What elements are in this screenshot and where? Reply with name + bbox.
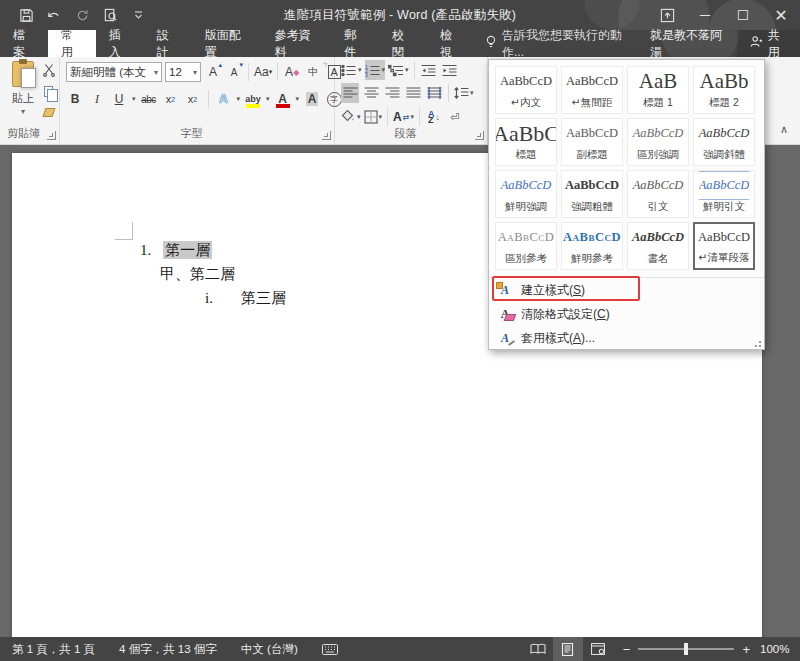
numbering-icon[interactable]: 123 ▾ <box>365 60 386 80</box>
strikethrough-button[interactable]: abc <box>140 89 158 109</box>
print-preview-icon[interactable] <box>98 4 122 26</box>
style-tile-list-paragraph[interactable]: AaBbCcD↵清單段落 <box>693 222 755 270</box>
redo-icon[interactable] <box>70 4 94 26</box>
style-tile-subtitle[interactable]: AaBbCcD副標題 <box>561 118 623 166</box>
word-count[interactable]: 4 個字，共 13 個字 <box>107 642 229 657</box>
character-scaling-icon[interactable]: A⇄▾ <box>393 107 414 127</box>
style-tile-subtle-reference[interactable]: AaBbCcD區別參考 <box>495 222 557 270</box>
align-right-icon[interactable] <box>383 83 401 103</box>
increase-indent-icon[interactable] <box>441 60 459 80</box>
style-tile-emphasis[interactable]: AaBbCcD強調斜體 <box>693 118 755 166</box>
doc-line-3[interactable]: i.第三層 <box>205 289 286 308</box>
zoom-slider-thumb[interactable] <box>684 643 688 655</box>
customize-qat-icon[interactable] <box>126 4 150 26</box>
bold-button[interactable]: B <box>66 89 84 109</box>
bullets-icon[interactable]: ▾ <box>341 60 362 80</box>
language-indicator[interactable]: 中文 (台灣) <box>229 642 310 657</box>
shrink-font-button[interactable]: A▾ <box>225 62 243 82</box>
character-shading-icon[interactable]: A <box>303 89 321 109</box>
grow-font-button[interactable]: A▴ <box>204 62 222 82</box>
align-left-icon[interactable] <box>341 83 359 103</box>
highlight-arrow[interactable]: ▾ <box>266 95 270 103</box>
tab-mailings[interactable]: 郵件 <box>331 30 379 57</box>
zoom-slider[interactable] <box>638 648 734 650</box>
style-tile-strong[interactable]: AaBbCcD強調粗體 <box>561 170 623 218</box>
zoom-in-icon[interactable]: + <box>742 642 750 657</box>
format-painter-icon[interactable] <box>40 104 57 120</box>
show-marks-icon[interactable]: ⏎ <box>446 107 464 127</box>
tab-references[interactable]: 參考資料 <box>261 30 331 57</box>
cut-icon[interactable] <box>40 62 57 78</box>
close-button[interactable]: ✕ <box>762 0 800 30</box>
style-tile-quote[interactable]: AaBbCcD引文 <box>627 170 689 218</box>
subscript-button[interactable]: x2 <box>162 89 180 109</box>
style-tile-normal[interactable]: AaBbCcD↵內文 <box>495 66 557 114</box>
tab-review[interactable]: 校閱 <box>379 30 427 57</box>
ribbon-display-options-icon[interactable] <box>648 0 686 30</box>
phonetic-guide-icon[interactable]: 中 <box>304 62 322 82</box>
save-icon[interactable] <box>14 4 38 26</box>
keyboard-icon[interactable] <box>310 644 350 655</box>
line-spacing-icon[interactable]: ▾ <box>454 83 474 103</box>
decrease-indent-icon[interactable] <box>420 60 438 80</box>
zoom-out-icon[interactable]: − <box>623 642 631 657</box>
clipboard-dialog-launcher[interactable] <box>47 131 56 140</box>
style-tile-heading1[interactable]: AaB標題 1 <box>627 66 689 114</box>
maximize-button[interactable]: ☐ <box>724 0 762 30</box>
tab-view[interactable]: 檢視 <box>427 30 475 57</box>
style-tile-book-title[interactable]: AaBbCcD書名 <box>627 222 689 270</box>
dropdown-resize-grip[interactable] <box>753 339 761 347</box>
web-layout-icon[interactable] <box>583 637 613 661</box>
minimize-button[interactable]: ─ <box>686 0 724 30</box>
font-size-combo[interactable]: 12▾ <box>165 62 201 82</box>
copy-icon[interactable] <box>40 83 57 99</box>
multilevel-list-icon[interactable]: ▾ <box>388 60 409 80</box>
underline-button[interactable]: U <box>110 89 128 109</box>
font-color-arrow[interactable]: ▾ <box>296 95 300 103</box>
clear-formatting-icon[interactable]: A◆ <box>283 62 301 82</box>
apply-styles-menu-item[interactable]: A 套用樣式(A)... <box>489 326 764 350</box>
tab-home[interactable]: 常用 <box>48 30 96 57</box>
print-layout-icon[interactable] <box>553 637 583 661</box>
shading-icon[interactable]: ▾ <box>341 107 361 127</box>
style-tile-title[interactable]: AaBbC標題 <box>495 118 557 166</box>
highlight-color-icon[interactable]: aby <box>244 89 262 109</box>
read-mode-icon[interactable] <box>523 637 553 661</box>
paste-dropdown-arrow[interactable]: ▾ <box>21 107 25 116</box>
distributed-icon[interactable] <box>425 83 443 103</box>
text-effects-arrow[interactable]: ▾ <box>237 95 241 103</box>
share-button[interactable]: 共用 <box>737 30 800 57</box>
page-info[interactable]: 第 1 頁，共 1 頁 <box>0 642 107 657</box>
doc-line-2[interactable]: 甲、第二層 <box>160 265 235 284</box>
style-tile-intense-emphasis[interactable]: AaBbCcD鮮明強調 <box>495 170 557 218</box>
account-name[interactable]: 就是教不落阿湯 <box>640 30 737 57</box>
paste-button[interactable]: 貼上 ▾ <box>6 61 40 125</box>
paragraph-dialog-launcher[interactable] <box>475 131 484 140</box>
tab-design[interactable]: 設計 <box>144 30 192 57</box>
undo-icon[interactable] <box>42 4 66 26</box>
superscript-button[interactable]: x2 <box>184 89 202 109</box>
underline-dropdown-arrow[interactable]: ▾ <box>132 95 136 103</box>
font-name-combo[interactable]: 新細明體 (本文▾ <box>66 62 162 82</box>
font-dialog-launcher[interactable] <box>322 131 331 140</box>
tab-layout[interactable]: 版面配置 <box>192 30 262 57</box>
justify-icon[interactable] <box>404 83 422 103</box>
sort-icon[interactable]: AZ↓ <box>425 107 443 127</box>
font-color-icon[interactable]: A <box>274 89 292 109</box>
tab-file[interactable]: 檔案 <box>0 30 48 57</box>
tab-insert[interactable]: 插入 <box>96 30 144 57</box>
style-tile-no-spacing[interactable]: AaBbCcD↵無間距 <box>561 66 623 114</box>
collapse-ribbon-icon[interactable]: ∧ <box>780 123 788 136</box>
doc-line-1[interactable]: 1.第一層 <box>140 241 212 260</box>
align-center-icon[interactable] <box>362 83 380 103</box>
clear-formatting-menu-item[interactable]: A 清除格式設定(C) <box>489 302 764 326</box>
style-tile-heading2[interactable]: AaBb標題 2 <box>693 66 755 114</box>
text-effects-icon[interactable]: A <box>215 89 233 109</box>
borders-icon[interactable]: ▾ <box>364 107 383 127</box>
italic-button[interactable]: I <box>88 89 106 109</box>
selected-text[interactable]: 第一層 <box>163 241 212 259</box>
zoom-level[interactable]: 100% <box>760 643 800 655</box>
change-case-button[interactable]: Aa▾ <box>254 62 272 82</box>
style-tile-subtle-emphasis[interactable]: AaBbCcD區別強調 <box>627 118 689 166</box>
tell-me-box[interactable]: 告訴我您想要執行的動作... <box>475 30 640 57</box>
